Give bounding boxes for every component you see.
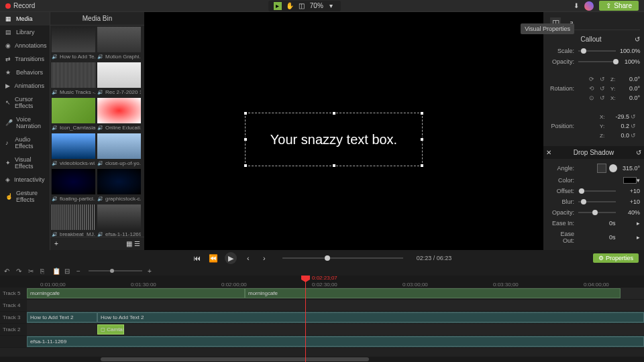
track-4-content[interactable] <box>27 300 644 311</box>
media-item[interactable]: 🔊efsa-1-11-1269 <box>97 204 141 237</box>
cut-icon[interactable]: ✂ <box>28 267 35 274</box>
shadow-reset-icon[interactable]: ↺ <box>636 149 641 156</box>
shadow-opacity-slider[interactable] <box>578 212 616 213</box>
download-icon[interactable]: ⬇ <box>574 2 579 9</box>
media-item[interactable]: 🔊Motion Graphi... <box>97 27 141 61</box>
position-x-value[interactable]: -29.5 <box>609 113 629 120</box>
tab-visual-effects[interactable]: ✦Visual Effects <box>0 153 50 173</box>
media-thumbnail[interactable] <box>97 169 141 194</box>
track-5-content[interactable]: morningcafe morningcafe <box>27 288 644 299</box>
rot-x-reset-icon[interactable]: ↺ <box>600 95 606 101</box>
playhead[interactable]: 0:02:23;07 <box>305 276 306 362</box>
avatar[interactable] <box>584 1 594 11</box>
zoom-dropdown-icon[interactable]: ▾ <box>327 2 335 10</box>
media-item[interactable]: 🔊Music Tracks -... <box>52 62 95 97</box>
prev-frame-button[interactable]: ⏮ <box>193 253 202 263</box>
cursor-icon[interactable]: ▸ <box>274 2 282 10</box>
tab-animations[interactable]: ▶Animations <box>0 79 50 93</box>
media-item[interactable]: 🔊floating-particl... <box>52 169 95 203</box>
tab-media[interactable]: ▦Media <box>0 12 50 25</box>
reset-icon[interactable]: ↺ <box>635 36 640 43</box>
opacity-slider[interactable] <box>578 61 616 62</box>
clip-camtasia-logo[interactable]: ◻ Camtasia <box>97 324 124 335</box>
easein-stepper-icon[interactable]: ▸ <box>637 220 640 227</box>
crop-icon[interactable]: ◫ <box>298 2 306 10</box>
media-thumbnail[interactable] <box>52 169 95 194</box>
pos-z-reset-icon[interactable]: ↺ <box>631 132 637 139</box>
pos-x-reset-icon[interactable]: ↺ <box>631 113 637 120</box>
media-thumbnail[interactable] <box>97 133 141 159</box>
paste-icon[interactable]: 📋 <box>52 267 59 274</box>
share-button[interactable]: ⇪ Share <box>599 1 639 11</box>
easein-value[interactable]: 0s <box>596 220 616 227</box>
easeout-value[interactable]: 0s <box>596 234 616 241</box>
media-item[interactable]: 🔊breakbeat_MJ... <box>52 204 95 237</box>
pos-y-reset-icon[interactable]: ↺ <box>631 123 637 129</box>
scrollbar-thumb[interactable] <box>101 357 369 361</box>
canvas[interactable]: Your snazzy text box. <box>144 12 543 250</box>
clip-howto-2[interactable]: How to Add Text 2 <box>97 312 644 322</box>
media-item[interactable]: 🔊Online Educati... <box>97 98 141 132</box>
scale-slider[interactable] <box>578 50 616 52</box>
media-item[interactable]: 🔊Icon_Camtasia... <box>52 98 95 132</box>
step-back-button[interactable]: ⏪ <box>209 253 218 263</box>
media-thumbnail[interactable] <box>97 27 141 52</box>
scale-value[interactable]: 100.0% <box>620 48 640 54</box>
clip-morningcafe-2[interactable]: morningcafe <box>245 288 621 298</box>
position-y-value[interactable]: 0.2 <box>609 123 629 129</box>
track-3-label[interactable]: Track 3 <box>0 312 27 323</box>
list-view-icon[interactable]: ☰ <box>134 240 140 247</box>
prev-clip-button[interactable]: ‹ <box>244 253 253 263</box>
track-3-content[interactable]: How to Add Text 2 How to Add Text 2 <box>27 312 644 323</box>
media-thumbnail[interactable] <box>97 62 141 88</box>
track-1-content[interactable]: efsa-1-11-1269 <box>27 336 644 347</box>
tab-library[interactable]: ▤Library <box>0 25 50 39</box>
track-1-label[interactable] <box>0 336 27 347</box>
timeline-scrollbar[interactable] <box>0 357 644 362</box>
shadow-opacity-value[interactable]: 40% <box>620 209 640 216</box>
play-button[interactable]: ▶ <box>225 252 237 264</box>
undo-icon[interactable]: ↶ <box>4 267 11 274</box>
offset-slider[interactable] <box>578 190 616 192</box>
zoom-slider[interactable] <box>89 270 142 272</box>
media-thumbnail[interactable] <box>52 204 95 230</box>
rot-x-icon[interactable]: ⊙ <box>589 95 596 101</box>
track-2-content[interactable]: ◻ Camtasia <box>27 324 644 335</box>
zoom-value[interactable]: 70% <box>310 2 323 9</box>
tab-behaviors[interactable]: ★Behaviors <box>0 66 50 79</box>
rotation-y-value[interactable]: 0.0° <box>620 85 640 92</box>
media-thumbnail[interactable] <box>97 98 141 123</box>
record-button[interactable]: Record <box>5 2 35 9</box>
tab-gesture-effects[interactable]: ☝Gesture Effects <box>0 186 50 206</box>
tab-voice-narration[interactable]: 🎤Voice Narration <box>0 113 50 133</box>
resize-handle-bl[interactable] <box>244 164 248 168</box>
media-thumbnail[interactable] <box>52 98 95 123</box>
hand-icon[interactable]: ✋ <box>286 2 294 10</box>
grid-view-icon[interactable]: ▦ <box>126 240 132 247</box>
angle-dial[interactable] <box>609 164 617 172</box>
split-icon[interactable]: ⊟ <box>64 267 71 274</box>
media-item[interactable]: 🔊Rec 2-7-2020 1 <box>97 62 141 97</box>
resize-handle-ml[interactable] <box>244 137 248 141</box>
opacity-value[interactable]: 100% <box>620 58 640 65</box>
media-thumbnail[interactable] <box>52 133 95 159</box>
track-5-label[interactable]: Track 5 <box>0 288 27 299</box>
tab-interactivity[interactable]: ◈Interactivity <box>0 173 50 186</box>
text-callout[interactable]: Your snazzy text box. <box>245 113 423 166</box>
next-clip-button[interactable]: › <box>260 253 269 263</box>
offset-value[interactable]: +10 <box>620 188 640 194</box>
media-thumbnail[interactable] <box>97 204 141 230</box>
clip-morningcafe-1[interactable]: morningcafe <box>27 288 245 298</box>
rot-y-icon[interactable]: ⟲ <box>589 85 596 92</box>
zoom-out-icon[interactable]: − <box>76 267 83 274</box>
media-item[interactable]: 🔊videoblocks-wi... <box>52 133 95 168</box>
properties-button[interactable]: ⚙Properties <box>593 253 639 263</box>
position-z-value[interactable]: 0.0 <box>609 132 629 139</box>
track-2-label[interactable]: Track 2 <box>0 324 27 335</box>
media-item[interactable]: 🔊How to Add Te... <box>52 27 95 61</box>
zoom-in-icon[interactable]: + <box>148 267 154 274</box>
rotation-x-value[interactable]: 0.0° <box>620 95 640 101</box>
angle-grid[interactable] <box>597 164 606 173</box>
resize-handle-tl[interactable] <box>244 111 248 115</box>
color-dropdown-icon[interactable]: ▾ <box>637 177 640 184</box>
